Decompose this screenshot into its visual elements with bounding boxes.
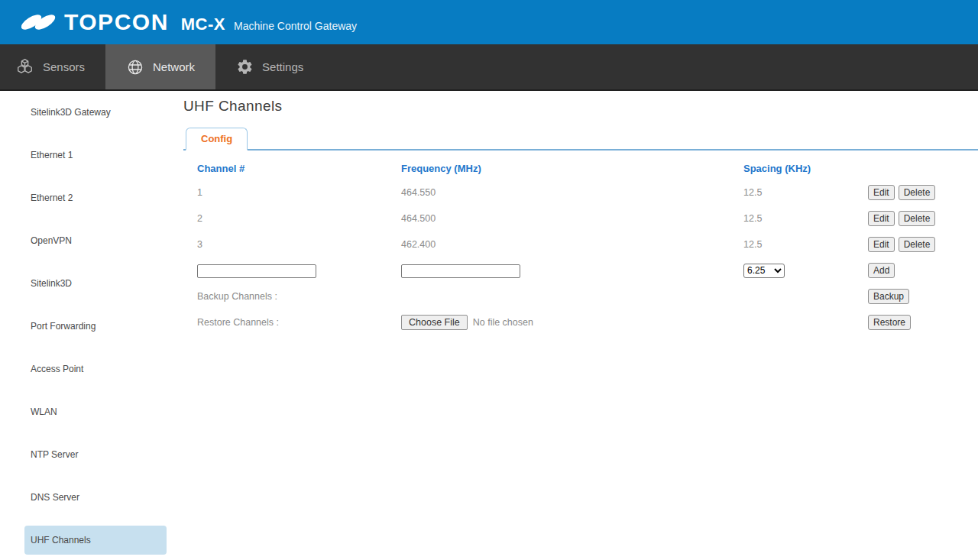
delete-button[interactable]: Delete	[899, 211, 936, 226]
sidebar-item-port-forwarding[interactable]: Port Forwarding	[24, 312, 167, 341]
channel-row: 2 464.500 12.5 Edit Delete	[197, 206, 978, 231]
sidebar-item-label: WLAN	[31, 406, 57, 417]
sidebar-item: Port Forwarding	[0, 305, 182, 348]
nav-item-network[interactable]: Network	[105, 44, 215, 89]
brand-name: TOPCON	[64, 9, 169, 35]
cubes-icon	[15, 57, 34, 76]
channel-number-cell: 1	[197, 187, 401, 198]
sidebar-item-ethernet-2[interactable]: Ethernet 2	[24, 183, 167, 212]
sidebar-item-label: Access Point	[31, 364, 83, 374]
channel-number-cell: 3	[197, 239, 401, 250]
channel-row: 1 464.550 12.5 Edit Delete	[197, 180, 978, 206]
sidebar-item-label: Ethernet 2	[31, 193, 73, 203]
sidebar-item-label: UHF Channels	[31, 535, 91, 545]
file-status-text: No file chosen	[473, 317, 533, 328]
frequency-cell: 464.550	[401, 187, 743, 198]
tab-config[interactable]: Config	[186, 128, 248, 151]
nav-item-label: Settings	[262, 60, 303, 73]
gear-icon	[236, 58, 254, 76]
product-name: MC-X	[181, 15, 225, 34]
app-header: TOPCON MC-X Machine Control Gateway	[0, 0, 978, 44]
page-title: UHF Channels	[183, 98, 978, 115]
sidebar-item: WLAN	[0, 390, 182, 433]
sidebar-item: Ethernet 2	[0, 176, 182, 219]
sidebar-item: Sitelink3D Gateway	[0, 91, 182, 134]
sidebar-item-label: Ethernet 1	[31, 150, 73, 160]
nav-item-settings[interactable]: Settings	[215, 44, 324, 89]
sidebar-item: Sitelink3D	[0, 262, 182, 305]
edit-button[interactable]: Edit	[868, 211, 895, 226]
add-button[interactable]: Add	[868, 263, 895, 278]
backup-button[interactable]: Backup	[868, 289, 909, 304]
sidebar-item-label: Port Forwarding	[31, 321, 96, 332]
sidebar-item-label: OpenVPN	[31, 235, 72, 246]
edit-button[interactable]: Edit	[868, 237, 895, 252]
sidebar-item-uhf-channels[interactable]: UHF Channels	[24, 526, 167, 555]
nav-item-sensors[interactable]: Sensors	[0, 44, 105, 89]
spacing-cell: 12.5	[743, 239, 868, 250]
sidebar-item-sitelink3d[interactable]: Sitelink3D	[24, 269, 167, 298]
delete-button[interactable]: Delete	[899, 237, 936, 252]
sidebar-item-ethernet-1[interactable]: Ethernet 1	[24, 141, 167, 170]
sidebar-item-ntp-server[interactable]: NTP Server	[24, 440, 167, 469]
channels-table: Channel # Frequency (MHz) Spacing (KHz) …	[183, 157, 978, 335]
restore-row: Restore Channels : Choose File No file c…	[197, 309, 978, 335]
sidebar-item: UHF Channels	[0, 519, 182, 560]
sidebar-item-openvpn[interactable]: OpenVPN	[24, 226, 167, 255]
choose-file-button[interactable]: Choose File	[401, 315, 468, 330]
nav-item-label: Sensors	[43, 60, 85, 73]
column-header-spacing: Spacing (KHz)	[743, 163, 868, 174]
sidebar-item-label: NTP Server	[31, 449, 78, 460]
sidebar-item: DNS Server	[0, 476, 182, 519]
sidebar-item-label: Sitelink3D	[31, 278, 72, 289]
channel-number-cell: 2	[197, 213, 401, 224]
sidebar-item-label: Sitelink3D Gateway	[31, 107, 111, 118]
column-header-channel: Channel #	[197, 163, 401, 174]
top-nav: Sensors Network Settings	[0, 44, 978, 91]
nav-item-label: Network	[153, 60, 195, 73]
sidebar: Sitelink3D Gateway Ethernet 1 Ethernet 2…	[0, 91, 182, 560]
sidebar-item-sitelink3d-gateway[interactable]: Sitelink3D Gateway	[24, 98, 167, 127]
sidebar-item-access-point[interactable]: Access Point	[24, 354, 167, 384]
spacing-select[interactable]: 6.25	[743, 264, 785, 278]
new-channel-input[interactable]	[197, 264, 316, 278]
sidebar-item: Access Point	[0, 348, 182, 390]
sidebar-item: NTP Server	[0, 433, 182, 476]
add-channel-row: 6.25 Add	[197, 257, 978, 283]
frequency-cell: 462.400	[401, 239, 743, 250]
globe-icon	[126, 58, 144, 76]
edit-button[interactable]: Edit	[868, 185, 895, 200]
channel-rows: 1 464.550 12.5 Edit Delete 2 464.500 12.…	[197, 180, 978, 257]
sidebar-item: OpenVPN	[0, 219, 182, 262]
restore-button[interactable]: Restore	[868, 315, 911, 330]
restore-label: Restore Channels :	[197, 317, 401, 328]
table-header-row: Channel # Frequency (MHz) Spacing (KHz)	[197, 157, 978, 180]
spacing-cell: 12.5	[743, 213, 868, 224]
sidebar-item-label: DNS Server	[31, 492, 79, 503]
content-area: UHF Channels Config Channel # Frequency …	[182, 91, 978, 560]
backup-row: Backup Channels : Backup	[197, 283, 978, 309]
app-window: TOPCON MC-X Machine Control Gateway Sens…	[0, 0, 978, 560]
product-subtitle: Machine Control Gateway	[234, 20, 357, 32]
spacing-cell: 12.5	[743, 187, 868, 198]
delete-button[interactable]: Delete	[899, 185, 936, 200]
frequency-cell: 464.500	[401, 213, 743, 224]
sidebar-item-wlan[interactable]: WLAN	[24, 397, 167, 426]
tab-bar: Config	[183, 128, 978, 151]
new-frequency-input[interactable]	[401, 264, 520, 278]
backup-label: Backup Channels :	[197, 291, 401, 302]
topcon-leaf-logo-icon	[21, 9, 57, 35]
column-header-frequency: Frequency (MHz)	[401, 163, 743, 174]
channel-row: 3 462.400 12.5 Edit Delete	[197, 231, 978, 257]
sidebar-item: Ethernet 1	[0, 134, 182, 176]
sidebar-item-dns-server[interactable]: DNS Server	[24, 483, 167, 512]
